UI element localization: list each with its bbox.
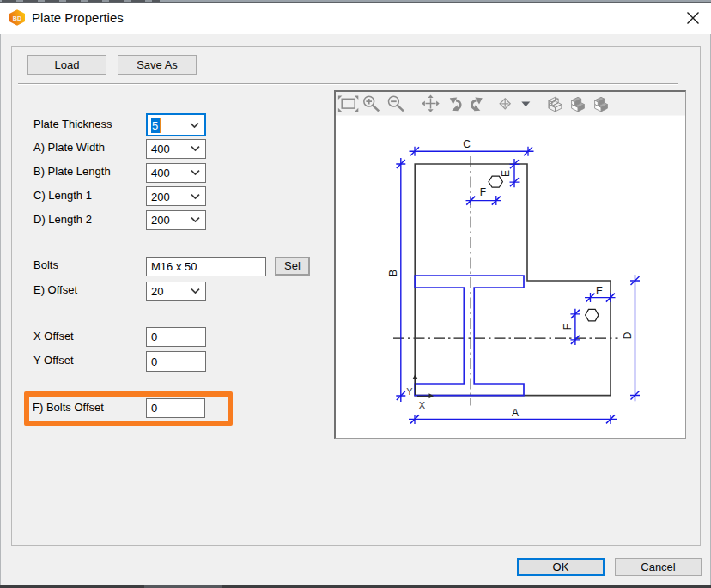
svg-text:C: C — [463, 138, 471, 150]
svg-text:A: A — [512, 407, 519, 419]
svg-text:E: E — [596, 285, 603, 297]
svg-text:B: B — [387, 270, 399, 276]
svg-text:F: F — [480, 186, 486, 198]
svg-text:X: X — [419, 400, 426, 410]
svg-text:D: D — [622, 331, 634, 339]
svg-text:F: F — [562, 324, 574, 330]
svg-text:BD: BD — [13, 15, 21, 22]
svg-text:Y: Y — [406, 386, 413, 397]
svg-text:E: E — [500, 170, 512, 177]
